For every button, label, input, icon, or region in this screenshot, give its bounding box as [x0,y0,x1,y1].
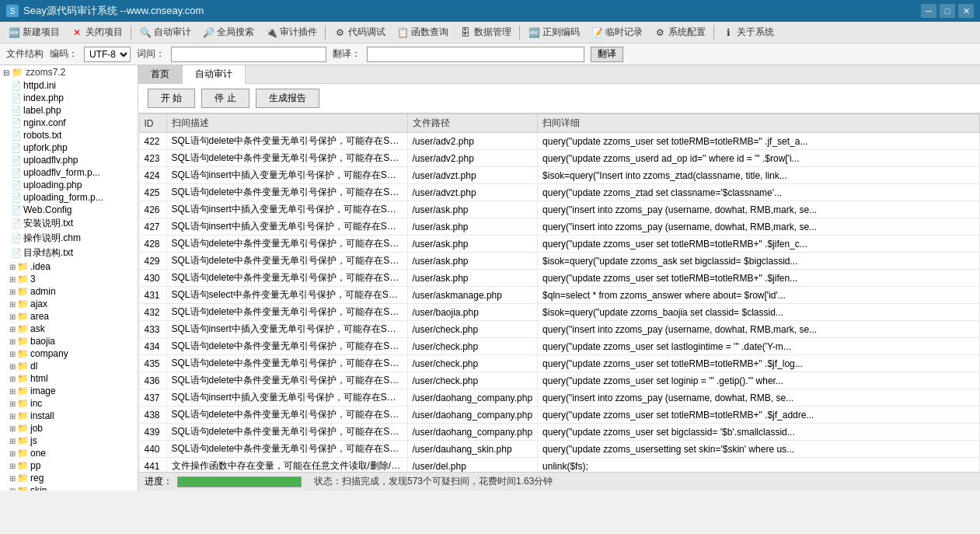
sidebar-item-uploadflvformp[interactable]: 📄uploadflv_form.p... [0,166,138,179]
table-row[interactable]: 433SQL语句insert中插入变量无单引号保护，可能存在SQL注入扫间/us… [139,321,979,338]
encoding-select[interactable]: UTF-8 GBK [84,47,131,62]
table-row[interactable]: 423SQL语句delete中条件变量无单引号保护，可能存在SQL注入扫间/us… [139,150,979,167]
sidebar-item-label: 安装说明.txt [23,217,73,230]
col-header-id: ID [139,114,166,133]
table-row[interactable]: 429SQL语句delete中条件变量无单引号保护，可能存在SQL注入扫间/us… [139,253,979,270]
tab-home[interactable]: 首页 [138,65,183,83]
sidebar-item-uploadingformp[interactable]: 📄uploading_form.p... [0,191,138,204]
table-row[interactable]: 431SQL语句select中条件变量无单引号保护，可能存在SQL注入扫间/us… [139,287,979,304]
maximize-button[interactable]: □ [940,4,955,18]
sys-config-button[interactable]: ⚙ 系统配置 [649,24,710,40]
folder-icon: 📁 [17,261,29,272]
results-table: ID 扫间描述 文件路径 扫间详细 422SQL语句delete中条件变量无单引… [138,113,980,472]
table-row[interactable]: 436SQL语句delete中条件变量无单引号保护，可能存在SQL注入扫间/us… [139,372,979,389]
sidebar-root-item[interactable]: ⊟ 📁 zzoms7.2 [0,65,138,79]
sidebar-item-admin[interactable]: ⊞📁admin [0,285,138,298]
sidebar-item-httpdini[interactable]: 📄httpd.ini [0,79,138,92]
audit-plugin-button[interactable]: 🔌 审计插件 [260,24,322,40]
toolbar-sep-4 [713,26,714,40]
table-row[interactable]: 439SQL语句delete中条件变量无单引号保护，可能存在SQL注入扫间/us… [139,424,979,441]
table-row[interactable]: 437SQL语句insert中插入变量无单引号保护，可能存在SQL注入扫间/us… [139,389,979,407]
table-row[interactable]: 424SQL语句insert中插入变量无单引号保护，可能存在SQL注入扫间/us… [139,167,979,184]
table-row[interactable]: 440SQL语句delete中条件变量无单引号保护，可能存在SQL注入扫间/us… [139,441,979,458]
table-row[interactable]: 426SQL语句insert中插入变量无单引号保护，可能存在SQL注入扫间/us… [139,201,979,218]
close-project-button[interactable]: ✕ 关闭项目 [66,24,127,40]
table-row[interactable]: 441文件操作函数中存在变量，可能在任意文件读取/删除/修改.../user/d… [139,458,979,473]
code-debug-button[interactable]: ⚙ 代码调试 [329,24,390,40]
data-manage-button[interactable]: 🗄 数据管理 [455,24,516,40]
cell-desc: SQL语句insert中插入变量无单引号保护，可能存在SQL注入扫间 [166,218,407,236]
sidebar-item-area[interactable]: ⊞📁area [0,310,138,323]
sidebar-item-install[interactable]: ⊞📁install [0,410,138,422]
sidebar-item-skin[interactable]: ⊞📁skin [0,484,138,490]
table-row[interactable]: 425SQL语句delete中条件变量无单引号保护，可能存在SQL注入扫间/us… [139,184,979,201]
table-row[interactable]: 432SQL语句delete中条件变量无单引号保护，可能存在SQL注入扫间/us… [139,304,979,321]
generate-report-button[interactable]: 生成报告 [256,89,319,108]
sidebar-item-upforkphp[interactable]: 📄upfork.php [0,141,138,154]
cell-desc: SQL语句insert中插入变量无单引号保护，可能存在SQL注入扫间 [166,389,407,407]
cell-path: /user/adv2.php [407,150,538,167]
data-manage-icon: 🗄 [459,26,472,39]
sidebar-item-inc[interactable]: ⊞📁inc [0,397,138,410]
about-button[interactable]: ℹ 关于系统 [717,24,779,40]
sidebar-item-reg[interactable]: ⊞📁reg [0,472,138,484]
cell-path: /user/check.php [407,355,538,372]
sidebar-item-indexphp[interactable]: 📄index.php [0,92,138,104]
sidebar: ⊟ 📁 zzoms7.2 📄httpd.ini 📄index.php 📄labe… [0,65,138,490]
sidebar-item-company[interactable]: ⊞📁company [0,347,138,360]
file-icon: 📄 [11,205,22,215]
sidebar-item-txt[interactable]: 📄安装说明.txt [0,216,138,231]
sidebar-item-one[interactable]: ⊞📁one [0,447,138,459]
sidebar-item-ajax[interactable]: ⊞📁ajax [0,298,138,310]
tabs-bar: 首页 自动审计 [138,65,980,84]
sidebar-item-html[interactable]: ⊞📁html [0,372,138,385]
stop-button[interactable]: 停 止 [201,89,249,108]
cell-detail: unlink($fs); [538,458,979,473]
close-button[interactable]: ✕ [958,4,974,18]
sidebar-item-labelphp[interactable]: 📄label.php [0,104,138,117]
regex-encode-button[interactable]: 🔤 正则编码 [523,24,584,40]
tab-auto-audit[interactable]: 自动审计 [183,65,246,84]
table-row[interactable]: 422SQL语句delete中条件变量无单引号保护，可能存在SQL注入扫间/us… [139,133,979,150]
sidebar-item-label: upfork.php [23,142,68,153]
cell-path: /user/advzt.php [407,184,538,201]
translate-input[interactable] [367,47,584,62]
sidebar-item-webconfig[interactable]: 📄Web.Config [0,204,138,216]
sidebar-item-robotstxt[interactable]: 📄robots.txt [0,129,138,141]
keyword-input[interactable] [171,47,326,62]
table-row[interactable]: 430SQL语句delete中条件变量无单引号保护，可能存在SQL注入扫间/us… [139,270,979,287]
cell-path: /user/ask.php [407,253,538,270]
start-button[interactable]: 开 始 [148,89,195,108]
table-row[interactable]: 438SQL语句delete中条件变量无单引号保护，可能存在SQL注入扫间/us… [139,407,979,424]
sidebar-item-chm[interactable]: 📄操作说明.chm [0,231,138,246]
translate-button[interactable]: 翻译 [591,47,623,62]
new-project-button[interactable]: 🆕 新建项目 [3,24,65,40]
table-row[interactable]: 427SQL语句insert中插入变量无单引号保护，可能存在SQL注入扫间/us… [139,218,979,236]
sidebar-item-label: robots.txt [23,130,61,141]
func-query-button[interactable]: 📋 函数查询 [392,24,453,40]
sidebar-item-job[interactable]: ⊞📁job [0,422,138,435]
table-row[interactable]: 428SQL语句delete中条件变量无单引号保护，可能存在SQL注入扫间/us… [139,236,979,253]
sidebar-item-dl[interactable]: ⊞📁dl [0,360,138,372]
expand-icon: ⊞ [9,437,16,445]
sidebar-item-txt[interactable]: 📄目录结构.txt [0,246,138,260]
table-row[interactable]: 435SQL语句delete中条件变量无单引号保护，可能存在SQL注入扫间/us… [139,355,979,372]
table-row[interactable]: 434SQL语句delete中条件变量无单引号保护，可能存在SQL注入扫间/us… [139,338,979,355]
sidebar-item-uploadingphp[interactable]: 📄uploading.php [0,179,138,191]
sidebar-item-pp[interactable]: ⊞📁pp [0,459,138,472]
sidebar-item-ask[interactable]: ⊞📁ask [0,323,138,335]
sidebar-item-nginxconf[interactable]: 📄nginx.conf [0,117,138,129]
temp-record-button[interactable]: 📝 临时记录 [586,24,647,40]
minimize-button[interactable]: ─ [921,4,936,18]
sidebar-item-idea[interactable]: ⊞📁.idea [0,260,138,273]
sidebar-item-label: uploadflv.php [23,155,78,166]
sidebar-item-uploadflvphp[interactable]: 📄uploadflv.php [0,154,138,166]
cell-id: 427 [139,218,166,236]
sidebar-item-image[interactable]: ⊞📁image [0,385,138,397]
expand-icon: ⊞ [9,474,16,483]
sidebar-item-baojia[interactable]: ⊞📁baojia [0,335,138,347]
sidebar-item-js[interactable]: ⊞📁js [0,435,138,447]
global-search-button[interactable]: 🔎 全局搜索 [197,24,259,40]
sidebar-item-3[interactable]: ⊞📁3 [0,273,138,285]
auto-audit-button[interactable]: 🔍 自动审计 [134,24,196,40]
